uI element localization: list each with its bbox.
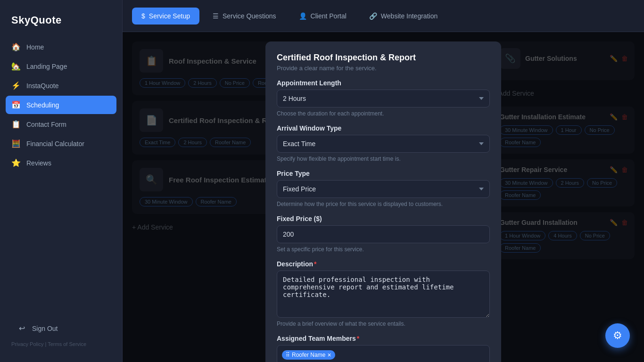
sidebar-nav: 🏠 Home🏡 Landing Page⚡ InstaQuote📅 Schedu… (0, 38, 122, 313)
price-type-label: Price Type (277, 170, 490, 177)
client-portal-icon: 👤 (299, 12, 307, 20)
price-type-select[interactable]: No PriceFixed PriceStarting PricePrice R… (277, 180, 490, 198)
modal-subtitle: Provide a clear name for the service. (277, 65, 490, 72)
arrival-window-label: Arrival Window Type (277, 124, 490, 132)
service-setup-icon: $ (141, 12, 145, 20)
footer-links: Privacy Policy | Terms of Service (11, 341, 111, 347)
tab-client-portal[interactable]: 👤 Client Portal (289, 8, 356, 25)
topnav: $ Service Setup☰ Service Questions👤 Clie… (123, 0, 644, 32)
member-name: Roofer Name (292, 352, 325, 358)
tab-label: Service Questions (223, 12, 276, 20)
fixed-price-helper: Set a specific price for this service. (277, 246, 490, 253)
sidebar-item-financial-calculator[interactable]: 🧮 Financial Calculator (6, 134, 116, 153)
sidebar-item-label: Landing Page (26, 63, 67, 70)
modal-overlay[interactable]: Certified Roof Inspection & Report Provi… (123, 32, 644, 362)
content-area: 📋 Roof Inspection & Service 1 Hour Windo… (123, 32, 644, 362)
fab-button[interactable]: ⚙ (605, 323, 630, 348)
tab-website-integration[interactable]: 🔗 Website Integration (360, 8, 447, 25)
arrival-window-group: Arrival Window Type Exact Time30 Minute … (277, 124, 490, 162)
description-group: Description* Detailed professional inspe… (277, 260, 490, 327)
appointment-length-helper: Choose the duration for each appointment… (277, 110, 490, 117)
price-type-group: Price Type No PriceFixed PriceStarting P… (277, 170, 490, 207)
sidebar-item-label: Scheduling (26, 101, 59, 109)
modal-title: Certified Roof Inspection & Report (277, 53, 490, 63)
appointment-length-label: Appointment Length (277, 79, 490, 87)
assigned-team-label: Assigned Team Members* (277, 335, 490, 342)
sidebar-item-instaquote[interactable]: ⚡ InstaQuote (6, 76, 116, 95)
scheduling-icon: 📅 (11, 100, 21, 109)
sidebar-item-label: InstaQuote (26, 82, 59, 90)
sidebar: SkyQuote 🏠 Home🏡 Landing Page⚡ InstaQuot… (0, 0, 123, 362)
grid-icon: ⠿ (286, 352, 290, 358)
team-member-tag: ⠿ Roofer Name × (282, 350, 335, 360)
financial-calculator-icon: 🧮 (11, 139, 21, 148)
instaquote-icon: ⚡ (11, 81, 21, 90)
fixed-price-group: Fixed Price ($) Set a specific price for… (277, 215, 490, 253)
gear-icon: ⚙ (613, 329, 622, 342)
sidebar-footer: ↩ Sign Out Privacy Policy | Terms of Ser… (0, 313, 122, 353)
sidebar-item-label: Financial Calculator (26, 140, 84, 148)
arrival-window-helper: Specify how flexible the appointment sta… (277, 156, 490, 162)
privacy-policy-link[interactable]: Privacy Policy (11, 341, 43, 347)
sidebar-item-contact-form[interactable]: 📋 Contact Form (6, 115, 116, 133)
landing-page-icon: 🏡 (11, 62, 21, 71)
assigned-team-group: Assigned Team Members* ⠿ Roofer Name × (277, 335, 490, 362)
service-questions-icon: ☰ (213, 12, 219, 20)
team-members-input[interactable]: ⠿ Roofer Name × (277, 345, 490, 362)
main-area: $ Service Setup☰ Service Questions👤 Clie… (123, 0, 644, 362)
sidebar-item-scheduling[interactable]: 📅 Scheduling (6, 96, 116, 114)
app-logo: SkyQuote (0, 9, 122, 38)
tab-label: Client Portal (311, 12, 347, 20)
reviews-icon: ⭐ (11, 158, 21, 167)
description-helper: Provide a brief overview of what the ser… (277, 321, 490, 327)
contact-form-icon: 📋 (11, 120, 21, 129)
arrival-window-select[interactable]: Exact Time30 Minute Window1 Hour Window2… (277, 135, 490, 153)
fixed-price-label: Fixed Price ($) (277, 215, 490, 222)
description-textarea[interactable]: Detailed professional inspection with co… (277, 271, 490, 318)
home-icon: 🏠 (11, 42, 21, 51)
edit-service-modal: Certified Roof Inspection & Report Provi… (265, 41, 501, 362)
remove-member-button[interactable]: × (327, 352, 331, 358)
appointment-length-select[interactable]: 30 Minutes1 Hour2 Hours3 Hours4 Hours (277, 90, 490, 107)
description-label: Description* (277, 260, 490, 268)
appointment-length-group: Appointment Length 30 Minutes1 Hour2 Hou… (277, 79, 490, 117)
terms-link[interactable]: Terms of Service (48, 341, 86, 347)
sidebar-item-home[interactable]: 🏠 Home (6, 38, 116, 56)
tab-label: Service Setup (149, 12, 190, 20)
website-integration-icon: 🔗 (369, 12, 377, 20)
sidebar-item-reviews[interactable]: ⭐ Reviews (6, 154, 116, 172)
sidebar-item-signout[interactable]: ↩ Sign Out (11, 319, 111, 337)
sidebar-item-landing-page[interactable]: 🏡 Landing Page (6, 57, 116, 75)
sidebar-item-label: Home (26, 43, 44, 51)
tab-service-questions[interactable]: ☰ Service Questions (203, 8, 286, 25)
fixed-price-input[interactable] (277, 225, 490, 243)
sidebar-item-label: Reviews (26, 159, 51, 167)
sidebar-item-label: Contact Form (26, 121, 66, 128)
price-type-helper: Determine how the price for this service… (277, 201, 490, 207)
tab-label: Website Integration (381, 12, 438, 20)
tab-service-setup[interactable]: $ Service Setup (132, 8, 199, 25)
signout-icon: ↩ (17, 324, 26, 333)
